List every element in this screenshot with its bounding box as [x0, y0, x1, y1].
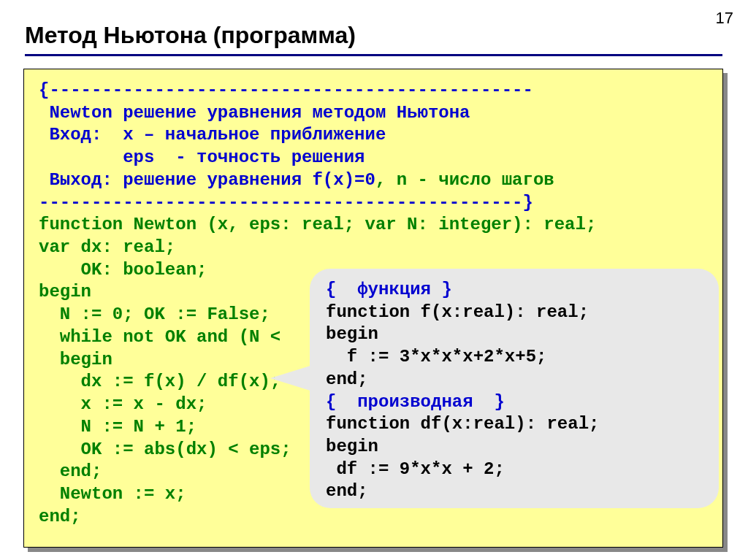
callout-line: end;	[326, 369, 368, 389]
callout-tail	[270, 365, 313, 391]
code-comment-line: eps - точность решения	[39, 147, 365, 167]
code-line: function Newton (x, eps: real; var N: in…	[39, 215, 596, 234]
code-comment-line: , n - число шагов	[375, 170, 554, 190]
callout-line: df := 9*x*x + 2;	[326, 459, 505, 479]
code-line: OK := abs(dx) < eps;	[39, 440, 291, 459]
code-comment-line: Вход: x – начальное приближение	[39, 125, 386, 145]
code-line: x := x - dx;	[39, 394, 207, 414]
code-comment-line: ----------------------------------------…	[39, 193, 533, 212]
callout-line: function f(x:real): real;	[326, 302, 589, 322]
callout-line: f := 3*x*x*x+2*x+5;	[326, 347, 546, 367]
callout-line: end;	[326, 481, 368, 501]
code-line: while not OK and (N <	[39, 327, 280, 347]
page-title: Метод Ньютона (программа)	[25, 22, 356, 49]
callout-line: function df(x:real): real;	[326, 414, 599, 434]
code-line: dx := f(x) / df(x);	[39, 372, 280, 391]
code-line: var dx: real;	[39, 237, 175, 257]
code-comment-line: {---------------------------------------…	[39, 80, 533, 100]
code-line: end;	[39, 461, 102, 481]
callout-box: { функция } function f(x:real): real; be…	[310, 269, 719, 508]
title-underline	[25, 54, 722, 56]
code-line: begin	[39, 350, 112, 369]
code-line: N := N + 1;	[39, 417, 196, 437]
code-line: N := 0; OK := False;	[39, 304, 270, 324]
code-line: begin	[39, 282, 91, 302]
code-line: end;	[39, 507, 81, 526]
code-line: OK: boolean;	[39, 260, 207, 280]
callout-line: { производная }	[326, 392, 505, 412]
code-comment-line: Выход: решение уравнения f(x)=0	[39, 170, 375, 190]
callout-line: { функция }	[326, 280, 452, 299]
callout-line: begin	[326, 324, 378, 344]
page-number: 17	[716, 9, 733, 28]
callout-line: begin	[326, 437, 378, 456]
code-comment-line: Newton решение уравнения методом Ньютона	[39, 103, 470, 123]
code-line: Newton := x;	[39, 484, 186, 504]
